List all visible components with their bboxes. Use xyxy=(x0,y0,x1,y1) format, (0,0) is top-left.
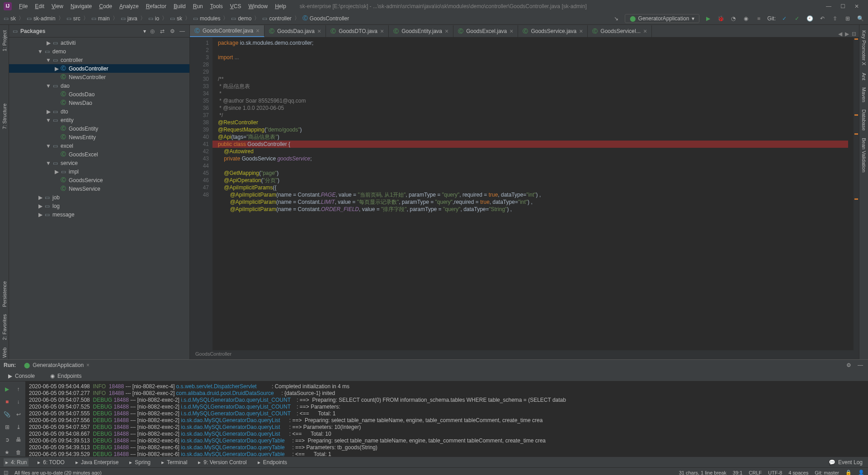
code-line[interactable]: @Autowired xyxy=(218,148,854,155)
layout-icon[interactable]: ⊞ xyxy=(2,421,12,433)
tree-node-entity[interactable]: ▼▭entity xyxy=(9,116,189,124)
menu-run[interactable]: Run xyxy=(189,2,207,11)
minimize-icon[interactable]: — xyxy=(826,3,831,9)
tree-node-newscontroller[interactable]: ⒸNewsController xyxy=(9,73,189,81)
code-line[interactable]: * 商品信息表 xyxy=(218,83,854,90)
breadcrumb-item[interactable]: ▭ src xyxy=(66,15,80,22)
console-output[interactable]: 2020-06-05 09:54:04.498 INFO 18488 --- [… xyxy=(25,381,868,456)
close-icon[interactable]: ✕ xyxy=(854,3,859,9)
editor-tab[interactable]: ⒸGoodsEntity.java× xyxy=(389,25,453,37)
tool-button-database[interactable]: Database xyxy=(861,108,867,132)
tree-node-goodscontroller[interactable]: ▶ⒸGoodsController xyxy=(9,64,189,73)
stop-icon[interactable]: ■ xyxy=(2,396,12,408)
menu-help[interactable]: Help xyxy=(271,2,290,11)
run-icon[interactable]: ▶ xyxy=(704,15,712,22)
exit-icon[interactable]: ➲ xyxy=(2,434,12,446)
project-tree[interactable]: ▶▭activiti▼▭demo▼▭controller▶ⒸGoodsContr… xyxy=(9,38,189,359)
code-line[interactable]: @ApiImplicitParam(name = Constant.ORDER_… xyxy=(218,206,854,213)
tree-node-excel[interactable]: ▼▭excel xyxy=(9,141,189,150)
vcs-history-icon[interactable]: 🕘 xyxy=(806,15,814,22)
vcs-update-icon[interactable]: ✓ xyxy=(780,15,788,22)
menu-tools[interactable]: Tools xyxy=(207,2,226,11)
ide-settings-icon[interactable]: ⊞ xyxy=(844,15,852,22)
close-icon[interactable]: × xyxy=(380,28,384,35)
code-line[interactable] xyxy=(218,61,854,68)
tree-node-goodsexcel[interactable]: ⒸGoodsExcel xyxy=(9,150,189,159)
breadcrumb-item[interactable]: ▭ io xyxy=(148,15,159,22)
marker-strip[interactable] xyxy=(854,38,859,350)
breadcrumb-item[interactable]: Ⓒ GoodsController xyxy=(302,14,349,22)
web-tool-button[interactable]: Web xyxy=(2,346,7,359)
code-line[interactable]: @RequestMapping("demo/goods") xyxy=(218,126,854,133)
locate-icon[interactable]: ◎ xyxy=(149,28,156,34)
status-item[interactable]: UTF-8 xyxy=(768,470,782,475)
soft-wrap-icon[interactable]: ↩ xyxy=(13,409,24,420)
close-icon[interactable]: × xyxy=(256,27,259,34)
menu-edit[interactable]: Edit xyxy=(31,2,48,11)
debug-icon[interactable]: 🐞 xyxy=(717,15,725,22)
code-line[interactable]: */ xyxy=(218,112,854,119)
filter-icon[interactable]: ⇄ xyxy=(159,28,166,34)
tree-node-job[interactable]: ▶▭job xyxy=(9,193,189,202)
code-line[interactable]: * @author Soar 85525961@qq.com xyxy=(218,97,854,104)
inspection-icon[interactable]: 👤 xyxy=(858,470,864,475)
breadcrumb-item[interactable]: ▭ sk xyxy=(4,15,16,22)
code-line[interactable] xyxy=(218,47,854,54)
tool-button-ant[interactable]: Ant xyxy=(861,71,867,82)
tree-node-message[interactable]: ▶▭message xyxy=(9,210,189,219)
breadcrumb-item[interactable]: ▭ demo xyxy=(231,15,251,22)
close-icon[interactable]: × xyxy=(579,28,583,35)
bottom-tab-9-version-control[interactable]: ▸ 9: Version Control xyxy=(196,458,248,466)
menu-build[interactable]: Build xyxy=(170,2,189,11)
code-area[interactable]: package io.sk.modules.demo.controller; i… xyxy=(212,38,854,350)
menu-code[interactable]: Code xyxy=(95,2,116,11)
code-line[interactable]: @RestController xyxy=(218,119,854,126)
bottom-tab-endpoints[interactable]: ▸ Endpoints xyxy=(256,458,289,466)
tree-node-activiti[interactable]: ▶▭activiti xyxy=(9,38,189,47)
minimize-panel-icon[interactable]: — xyxy=(856,362,864,368)
tree-node-goodsservice[interactable]: ⒸGoodsService xyxy=(9,176,189,184)
breadcrumb-item[interactable]: ▭ main xyxy=(91,15,110,22)
tree-node-newsdao[interactable]: ⒸNewsDao xyxy=(9,99,189,107)
trash-icon[interactable]: 🗑 xyxy=(13,447,24,456)
tab-list-icon[interactable]: ⊟ xyxy=(852,31,856,37)
code-line[interactable]: @ApiOperation("分页") xyxy=(218,177,854,184)
gear-icon[interactable]: ⚙ xyxy=(844,362,853,368)
editor-tab[interactable]: ⒸGoodsService.java× xyxy=(518,25,588,37)
bottom-tab-6-todo[interactable]: ▸ 6: TODO xyxy=(36,458,66,466)
close-icon[interactable]: × xyxy=(86,362,90,368)
code-line[interactable]: @ApiImplicitParam(name = Constant.PAGE, … xyxy=(218,191,854,198)
code-line[interactable]: * xyxy=(218,90,854,97)
tree-node-demo[interactable]: ▼▭demo xyxy=(9,47,189,56)
menu-analyze[interactable]: Analyze xyxy=(116,2,142,11)
project-tool-button[interactable]: 1: Project xyxy=(2,28,7,53)
tree-node-newsservice[interactable]: ⒸNewsService xyxy=(9,184,189,193)
code-line[interactable]: package io.sk.modules.demo.controller; xyxy=(218,39,854,47)
breadcrumb-item[interactable]: ▭ modules xyxy=(193,15,220,22)
event-log-button[interactable]: 💬 Event Log xyxy=(827,458,864,466)
tree-node-goodsdao[interactable]: ⒸGoodsDao xyxy=(9,90,189,99)
tree-node-controller[interactable]: ▼▭controller xyxy=(9,56,189,64)
tree-node-dto[interactable]: ▶▭dto xyxy=(9,107,189,116)
run-subtab-console[interactable]: ▶ Console xyxy=(4,372,39,380)
status-item[interactable]: 39:1 xyxy=(733,470,742,475)
code-line[interactable] xyxy=(218,162,854,169)
rerun-icon[interactable]: ▶ xyxy=(2,383,12,395)
editor-tab[interactable]: ⒸGoodsServiceI...× xyxy=(588,25,652,37)
breadcrumb-item[interactable]: ▭ controller xyxy=(262,15,291,22)
attach-icon[interactable]: 📎 xyxy=(2,409,12,420)
tool-button-bean-validation[interactable]: Bean Validation xyxy=(861,136,867,174)
code-line[interactable] xyxy=(218,68,854,75)
menu-refactor[interactable]: Refactor xyxy=(142,2,170,11)
tree-node-newsentity[interactable]: ⒸNewsEntity xyxy=(9,133,189,141)
bottom-tab-4-run[interactable]: ▸ 4: Run xyxy=(4,458,28,466)
coverage-icon[interactable]: ◔ xyxy=(729,15,737,22)
breadcrumb-item[interactable]: ▭ sk xyxy=(170,15,182,22)
search-everywhere-icon[interactable]: 🔍 xyxy=(856,15,864,22)
next-tab-icon[interactable]: ▶ xyxy=(845,31,849,37)
bottom-tab-spring[interactable]: ▸ Spring xyxy=(127,458,152,466)
editor-tab[interactable]: ⒸGoodsExcel.java× xyxy=(453,25,518,37)
maximize-icon[interactable]: ☐ xyxy=(840,3,845,9)
code-line[interactable]: @ApiImplicitParams({ xyxy=(218,184,854,191)
lock-icon[interactable]: 🔒 xyxy=(845,470,852,475)
